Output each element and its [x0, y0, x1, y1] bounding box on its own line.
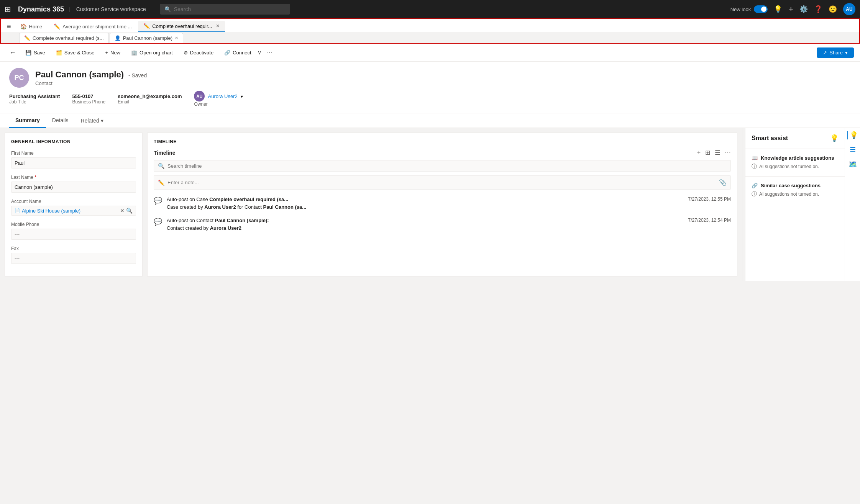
- tab-home[interactable]: 🏠 Home: [15, 21, 48, 32]
- entry-contact-1: Paul Cannon (sa...: [263, 204, 306, 210]
- knowledge-info-text: AI suggestions not turned on.: [759, 164, 819, 169]
- more-options-button[interactable]: ⋯: [263, 47, 276, 58]
- org-chart-label: Open org chart: [140, 50, 173, 56]
- email-field: someone_h@example.com Email: [118, 93, 182, 105]
- first-name-input[interactable]: [11, 157, 136, 169]
- share-chevron: ▾: [845, 50, 848, 56]
- new-button[interactable]: + New: [100, 47, 125, 58]
- entry-time-2: 7/27/2023, 12:54 PM: [688, 217, 731, 224]
- smart-assist-lightbulb-icon[interactable]: 💡: [830, 134, 839, 142]
- fax-input[interactable]: [11, 253, 136, 264]
- account-name-value[interactable]: Alpine Ski House (sample): [22, 208, 118, 214]
- email-label: Email: [118, 99, 182, 105]
- entry-creator-1: Aurora User2: [204, 204, 236, 210]
- connect-label: Connect: [233, 50, 251, 56]
- new-look-toggle[interactable]: New look: [730, 5, 768, 13]
- settings-icon[interactable]: ⚙️: [799, 5, 808, 13]
- record-type: Contact: [35, 80, 147, 86]
- tabs-hamburger-icon[interactable]: ≡: [4, 21, 14, 32]
- share-button[interactable]: ↗ Share ▾: [817, 47, 854, 58]
- save-close-button[interactable]: 🗂️ Save & Close: [51, 47, 99, 58]
- side-lightbulb-icon[interactable]: 💡: [847, 131, 858, 139]
- knowledge-icon: 📖: [752, 155, 758, 161]
- account-field-input[interactable]: 📄 Alpine Ski House (sample) ✕ 🔍: [11, 206, 136, 216]
- timeline-filter-icon[interactable]: ⊞: [705, 149, 710, 156]
- note-input[interactable]: [167, 180, 716, 185]
- subtab-complete-overhaul[interactable]: ✏️ Complete overhaul required (s...: [19, 33, 109, 43]
- entry-bold-case: Complete overhaul required (sa...: [209, 196, 288, 202]
- owner-name[interactable]: Aurora User2: [208, 93, 237, 99]
- knowledge-info: ⓘ AI suggestions not turned on.: [752, 163, 839, 170]
- tab-avg-order[interactable]: ✏️ Average order shipment time ...: [48, 21, 137, 32]
- entry-sub-1: Case created by Aurora User2 for Contact…: [167, 203, 731, 211]
- timeline-add-icon[interactable]: +: [697, 149, 701, 156]
- phone-field: 555-0107 Business Phone: [72, 93, 105, 105]
- job-title-value: Purchasing Assistant: [9, 93, 60, 99]
- save-button[interactable]: 💾 Save: [21, 47, 50, 58]
- entry-comment-icon: 💬: [154, 196, 162, 211]
- mobile-phone-input[interactable]: [11, 229, 136, 240]
- new-icon: +: [105, 50, 108, 56]
- account-remove-icon[interactable]: ✕: [120, 208, 125, 214]
- subtab-paul-cannon[interactable]: 👤 Paul Cannon (sample) ✕: [110, 33, 183, 43]
- back-button[interactable]: ←: [6, 47, 19, 58]
- last-name-input[interactable]: [11, 182, 136, 193]
- timeline-sort-icon[interactable]: ☰: [715, 149, 720, 156]
- new-look-switch[interactable]: [754, 5, 768, 13]
- lightbulb-icon[interactable]: 💡: [774, 5, 782, 13]
- overhaul-tab-close[interactable]: ✕: [216, 23, 220, 29]
- record-header: PC Paul Cannon (sample) - Saved Contact …: [0, 62, 860, 113]
- side-list-icon[interactable]: ☰: [850, 146, 856, 154]
- owner-dropdown-icon[interactable]: ▾: [241, 94, 243, 99]
- save-close-label: Save & Close: [64, 50, 95, 56]
- first-name-field: First Name: [11, 151, 136, 169]
- user-avatar[interactable]: AU: [843, 3, 855, 15]
- right-side-icons: 💡 ☰ 🗺️: [845, 128, 860, 281]
- connect-button[interactable]: 🔗 Connect: [220, 47, 256, 58]
- similar-icon: 🔗: [752, 183, 758, 188]
- tab-summary[interactable]: Summary: [9, 113, 46, 128]
- owner-label: Owner: [194, 101, 243, 107]
- tab-related[interactable]: Related ▾: [75, 114, 110, 128]
- note-input-row[interactable]: ✏️ 📎: [154, 175, 731, 190]
- fax-label: Fax: [11, 246, 136, 251]
- more-chevron[interactable]: ∨: [258, 49, 261, 56]
- timeline-search-bar[interactable]: 🔍: [154, 160, 731, 172]
- timeline-search-input[interactable]: [167, 163, 727, 169]
- open-org-chart-button[interactable]: 🏢 Open org chart: [126, 47, 177, 58]
- timeline-section-header: TIMELINE: [154, 139, 731, 144]
- app-grid-icon[interactable]: ⊞: [5, 5, 11, 14]
- feedback-icon[interactable]: 🙂: [829, 5, 837, 13]
- record-body: GENERAL INFORMATION First Name Last Name…: [0, 128, 742, 281]
- scroll-gutter: [742, 128, 745, 281]
- search-input[interactable]: [174, 6, 281, 12]
- search-bar[interactable]: 🔍: [160, 4, 290, 15]
- account-search-icon[interactable]: 🔍: [126, 208, 133, 214]
- tab-complete-overhaul[interactable]: ✏️ Complete overhaul requir... ✕: [138, 21, 225, 32]
- entry-sub-2: Contact created by Aurora User2: [167, 224, 731, 232]
- similar-info: ⓘ AI suggestions not turned on.: [752, 191, 839, 198]
- help-icon[interactable]: ❓: [814, 5, 822, 13]
- side-map-icon[interactable]: 🗺️: [849, 160, 857, 169]
- smart-assist-panel: Smart assist 💡 📖 Knowledge article sugge…: [745, 128, 845, 281]
- account-name-field: Account Name 📄 Alpine Ski House (sample)…: [11, 199, 136, 216]
- save-label: Save: [34, 50, 45, 56]
- tab-home-label: Home: [29, 24, 43, 29]
- search-icon: 🔍: [164, 6, 171, 12]
- attach-icon[interactable]: 📎: [719, 179, 727, 186]
- brand-label: Dynamics 365: [18, 5, 64, 13]
- tab-details[interactable]: Details: [46, 113, 75, 128]
- subtab-paul-label: Paul Cannon (sample): [123, 35, 172, 41]
- timeline-panel: TIMELINE Timeline + ⊞ ☰ ⋯ 🔍 ✏️: [147, 133, 737, 277]
- first-name-label: First Name: [11, 151, 136, 156]
- entry-time-1: 7/27/2023, 12:55 PM: [688, 196, 731, 203]
- new-look-label: New look: [730, 7, 751, 12]
- add-icon[interactable]: +: [788, 4, 793, 14]
- subtab-paul-close[interactable]: ✕: [175, 36, 178, 41]
- subtab-overhaul-icon: ✏️: [24, 35, 30, 41]
- account-icon: 📄: [15, 208, 20, 213]
- timeline-more-icon[interactable]: ⋯: [725, 149, 731, 156]
- record-name: Paul Cannon (sample): [35, 70, 124, 79]
- deactivate-button[interactable]: ⊘ Deactivate: [179, 47, 218, 58]
- knowledge-article-section: 📖 Knowledge article suggestions ⓘ AI sug…: [745, 149, 845, 177]
